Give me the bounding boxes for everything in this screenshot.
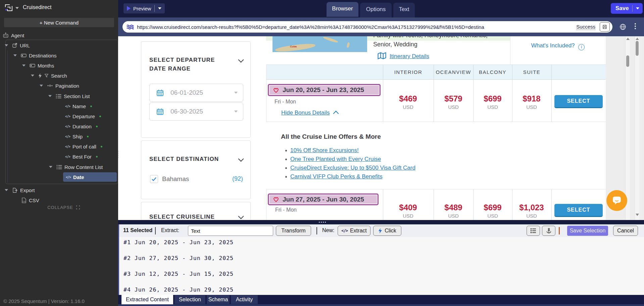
anchor-button[interactable]: [542, 226, 555, 236]
app-logo-icon: [4, 3, 13, 12]
selected-date-cell[interactable]: Jun 20, 2025 - Jun 23, 2025: [268, 84, 381, 96]
date-from-input[interactable]: 06-01-2025: [149, 84, 243, 102]
scrollbar-thumb[interactable]: [626, 55, 629, 67]
tree-item-months[interactable]: Months: [0, 60, 118, 71]
horizontal-splitter[interactable]: [118, 220, 644, 224]
chevron-down-icon[interactable]: [49, 166, 52, 168]
tab-browser[interactable]: Browser: [327, 2, 358, 17]
scroll-down-icon[interactable]: [636, 214, 639, 216]
column-header-suite: SUITE: [512, 69, 551, 75]
chevron-down-icon[interactable]: [13, 54, 17, 56]
svg-text:CSV: CSV: [22, 201, 26, 203]
tree-item-date[interactable]: </> Date: [0, 172, 118, 182]
tree-item-search[interactable]: Search: [0, 71, 118, 81]
scroll-up-icon[interactable]: [626, 38, 630, 40]
tree-item-port-of-call[interactable]: </> Port of call: [0, 141, 118, 151]
collapse-button[interactable]: COLLAPSE: [34, 205, 94, 210]
heart-icon[interactable]: [273, 87, 279, 93]
offer-link[interactable]: One Tree Planted with Every Cruise: [290, 156, 381, 163]
chevron-down-icon[interactable]: [5, 44, 8, 46]
offer-link[interactable]: 10% Off Shore Excursions!: [290, 147, 359, 154]
new-extract-button[interactable]: </> Extract: [338, 226, 370, 236]
chevron-down-icon[interactable]: [238, 214, 244, 219]
chevron-down-icon[interactable]: [238, 57, 244, 63]
robot-icon: [3, 32, 9, 38]
hide-bonus-details-link[interactable]: Hide Bonus Details: [281, 110, 330, 116]
tab-schema[interactable]: Schema: [207, 295, 230, 304]
chat-widget-button[interactable]: [606, 190, 627, 211]
tree-item-departure[interactable]: </> Departure: [0, 111, 118, 121]
extracted-row[interactable]: #1 Jun 20, 2025 - Jun 23, 2025: [123, 239, 234, 246]
chevron-down-icon[interactable]: [40, 85, 43, 87]
chevron-down-icon[interactable]: [5, 189, 8, 191]
tab-options[interactable]: Options: [360, 3, 392, 17]
heart-icon[interactable]: [273, 196, 279, 202]
filter-heading: SELECT CRUISELINE: [149, 213, 215, 220]
inner-scrollbar[interactable]: [625, 36, 630, 220]
divider: [266, 64, 606, 65]
url-text[interactable]: https://www.cruisedirect.com/search-resu…: [137, 24, 573, 30]
kebab-menu-icon[interactable]: [635, 23, 636, 29]
tab-text[interactable]: Text: [393, 3, 415, 17]
tree-item-export[interactable]: Export: [0, 185, 118, 195]
sidebar-resize-handle[interactable]: [118, 150, 119, 159]
tree-item-csv[interactable]: CSV CSV: [0, 195, 118, 205]
tree-item-name[interactable]: </> Name: [0, 101, 118, 111]
list-view-button[interactable]: [527, 226, 540, 236]
tree-item-url[interactable]: URL: [0, 40, 118, 50]
save-selection-button[interactable]: Save Selection: [567, 226, 608, 236]
currency-label: USD: [388, 104, 428, 110]
tab-selection[interactable]: Selection: [175, 295, 205, 304]
tree-item-best-for[interactable]: </> Best For: [0, 151, 118, 162]
tree-item-ship[interactable]: </> Ship: [0, 131, 118, 141]
extracted-row[interactable]: #4 Jun 26, 2025 - Jun 29, 2025: [123, 287, 234, 293]
save-button[interactable]: Save: [611, 3, 643, 14]
globe-icon[interactable]: [620, 24, 626, 30]
tab-extracted-content[interactable]: Extracted Content: [121, 295, 173, 304]
chevron-down-icon[interactable]: [158, 7, 161, 9]
whats-included-link[interactable]: What's Included?: [531, 42, 575, 49]
chevron-down-icon[interactable]: [636, 7, 639, 9]
drag-handle-icon[interactable]: [319, 222, 326, 223]
tree-item-row-content-list[interactable]: Row Content List: [0, 162, 118, 172]
new-command-button[interactable]: + New Command: [4, 18, 114, 27]
chevron-down-icon[interactable]: [31, 75, 34, 77]
cancel-button[interactable]: Cancel: [613, 226, 638, 236]
tree-item-section-list[interactable]: Section List: [0, 91, 118, 101]
extracted-row[interactable]: #2 Jun 27, 2025 - Jun 30, 2025: [123, 255, 234, 261]
address-bar[interactable]: https://www.cruisedirect.com/search-resu…: [122, 21, 612, 33]
itinerary-details-link[interactable]: Itinerary Details: [390, 53, 429, 60]
divider: [510, 36, 510, 64]
tab-activity[interactable]: Activity: [231, 295, 258, 304]
tree-item-pagination[interactable]: Pagination: [0, 81, 118, 91]
save-page-button[interactable]: [600, 22, 610, 32]
map-label: Cuba: [290, 45, 297, 48]
status-badge[interactable]: Success: [576, 24, 595, 30]
filter-card-cruiseline: SELECT CRUISELINE: [141, 202, 251, 220]
chevron-down-icon[interactable]: [238, 156, 244, 162]
preview-button[interactable]: Preview: [123, 3, 165, 13]
outer-scrollbar[interactable]: [635, 36, 639, 220]
extract-input[interactable]: [188, 226, 273, 236]
destination-checkbox[interactable]: [150, 175, 158, 183]
info-icon[interactable]: i: [578, 44, 585, 50]
transform-button[interactable]: Transform: [276, 226, 311, 236]
extracted-row[interactable]: #3 Jun 12, 2025 - Jun 15, 2025: [123, 271, 234, 277]
chevron-down-icon[interactable]: [48, 95, 52, 97]
select-button[interactable]: SELECT: [554, 204, 603, 217]
tree-item-destinations[interactable]: Destinations: [0, 50, 118, 60]
itinerary-map-image[interactable]: Cuba: [273, 36, 367, 52]
chevron-down-icon[interactable]: [22, 64, 26, 67]
scrollbar-thumb[interactable]: [636, 41, 639, 56]
offer-link[interactable]: CruiseDirect Exclusive: Up to $500 Visa …: [290, 165, 415, 171]
select-button[interactable]: SELECT: [554, 95, 603, 108]
tree-item-agent[interactable]: Agent: [0, 30, 118, 40]
scroll-up-icon[interactable]: [636, 38, 639, 40]
selected-date-cell[interactable]: Jun 27, 2025 - Jun 30, 2025: [268, 193, 379, 205]
offer-link[interactable]: Carnival VIFP Club Perks & Benefits: [290, 173, 383, 180]
chevron-down-icon[interactable]: [15, 7, 19, 9]
date-to-input[interactable]: 06-30-2025: [149, 102, 243, 121]
destination-option-label[interactable]: Bahamas: [162, 175, 189, 183]
new-click-button[interactable]: Click: [373, 226, 401, 236]
tree-item-duration[interactable]: </> Duration: [0, 121, 118, 131]
